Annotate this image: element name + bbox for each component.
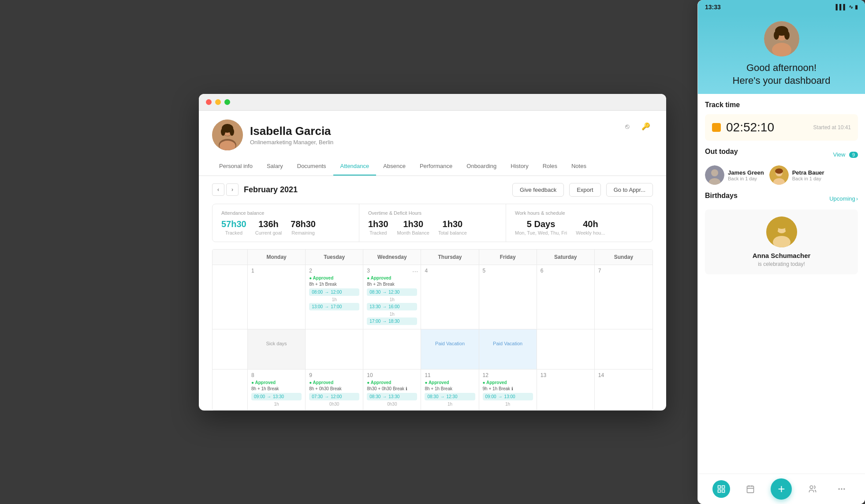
- wifi-icon: ∿: [849, 4, 853, 10]
- svg-point-7: [230, 128, 234, 136]
- cal-cell-mon-8[interactable]: 8 Approved 8h + 1h Break 09:00 → 13:30 1…: [248, 370, 306, 410]
- prev-month-button[interactable]: ‹: [212, 183, 224, 196]
- overtime-card: Overtime & Deficit Hours 1h30 Tracked 1h…: [359, 204, 506, 242]
- nav-home[interactable]: [712, 480, 730, 498]
- tab-documents[interactable]: Documents: [290, 157, 333, 175]
- cal-cell-fri-12[interactable]: 12 Approved 9h + 1h Break ℹ 09:00 → 13:0…: [479, 370, 537, 410]
- goto-approvals-button[interactable]: Go to Appr...: [606, 183, 653, 197]
- cal-cell-vacation-thu[interactable]: Paid Vacation: [421, 329, 479, 369]
- hours-label: Weekly hou...: [576, 230, 605, 235]
- date-thu-11: 11: [425, 372, 475, 378]
- person-petra: Petra Bauer Back in 1 day: [769, 165, 824, 185]
- ot-tracked-stat: 1h30 Tracked: [368, 219, 388, 235]
- cal-cell-thu-4[interactable]: 4: [421, 265, 479, 329]
- key-icon[interactable]: 🔑: [639, 119, 653, 134]
- sick-label: Sick days: [251, 332, 302, 346]
- goal-label: Current goal: [255, 230, 282, 235]
- profile-title: Onlinemarketing Manager, Berlin: [250, 139, 653, 146]
- nav-team[interactable]: [804, 480, 821, 498]
- tracked-stat: 57h30 Tracked: [221, 219, 246, 235]
- tab-onboarding[interactable]: Onboarding: [459, 157, 503, 175]
- cal-cell-sick[interactable]: Sick days: [248, 329, 306, 369]
- minimize-button[interactable]: [215, 99, 221, 105]
- upcoming-link[interactable]: Upcoming ›: [829, 195, 858, 202]
- hours-stat: 40h Weekly hou...: [576, 219, 605, 235]
- tab-performance[interactable]: Performance: [413, 157, 459, 175]
- share-icon[interactable]: ⎋: [620, 119, 634, 134]
- remaining-label: Remaining: [291, 230, 316, 235]
- tab-personal-info[interactable]: Personal info: [212, 157, 260, 175]
- nav-more[interactable]: [833, 480, 850, 498]
- maximize-button[interactable]: [224, 99, 230, 105]
- cal-cell-wed-10[interactable]: 10 Approved 8h30 + 0h30 Break ℹ 08:30 → …: [363, 370, 421, 410]
- svg-point-13: [784, 31, 790, 40]
- cal-cell-mon-1[interactable]: 1: [248, 265, 306, 329]
- tab-roles[interactable]: Roles: [536, 157, 564, 175]
- approved-badge-3: Approved: [367, 276, 417, 280]
- svg-point-35: [810, 486, 813, 489]
- stats-row: Attendance balance 57h30 Tracked 136h Cu…: [212, 204, 653, 242]
- tab-attendance[interactable]: Attendance: [333, 157, 377, 175]
- ot-tracked-value: 1h30: [368, 219, 388, 229]
- cal-cell-sun-7[interactable]: 7: [595, 265, 652, 329]
- more-options-icon[interactable]: ···: [412, 268, 418, 276]
- timer-card[interactable]: 02:52:10 Started at 10:41: [705, 114, 858, 141]
- timer-started: Started at 10:41: [813, 124, 851, 131]
- track-time-title: Track time: [705, 101, 858, 109]
- mobile-status-bar: 13:33 ▌▌▌ ∿ ▮: [698, 0, 865, 14]
- person-james: James Green Back in 1 day: [705, 165, 764, 185]
- nav-calendar[interactable]: [742, 480, 759, 498]
- time-block-11a: 08:30 → 12:30: [425, 393, 475, 400]
- calendar-body: 1 2 Approved 8h + 1h Break 08:00 → 12:00…: [213, 265, 652, 410]
- approved-badge-12: Approved: [483, 380, 533, 385]
- cal-cell-sun-14[interactable]: 14: [595, 370, 652, 410]
- cal-cell-sat-6[interactable]: 6: [537, 265, 595, 329]
- tuesday-header: Tuesday: [306, 250, 363, 265]
- give-feedback-button[interactable]: Give feedback: [512, 183, 564, 197]
- export-button[interactable]: Export: [569, 183, 601, 197]
- cal-cell-tue-9[interactable]: 9 Approved 8h + 0h30 Break 07:30 → 12:00…: [306, 370, 363, 410]
- hours-value: 40h: [576, 219, 605, 229]
- time-block-9a: 07:30 → 12:00: [309, 393, 359, 400]
- birthdays-header: Birthdays Upcoming ›: [705, 192, 858, 205]
- timer-dot-icon: [712, 123, 721, 132]
- tab-salary[interactable]: Salary: [260, 157, 290, 175]
- avatar: [212, 119, 243, 150]
- break-info-12: 9h + 1h Break ℹ: [483, 386, 533, 391]
- svg-point-10: [772, 43, 791, 56]
- cal-cell-vacation-fri[interactable]: Paid Vacation: [479, 329, 537, 369]
- cal-cell-sat-13[interactable]: 13: [537, 370, 595, 410]
- out-today-count: 9: [849, 152, 858, 158]
- cal-cell-empty-sun: [595, 329, 652, 369]
- out-today-section: Out today View 9 James: [705, 148, 858, 185]
- tab-history[interactable]: History: [503, 157, 535, 175]
- close-button[interactable]: [206, 99, 212, 105]
- mobile-app: 13:33 ▌▌▌ ∿ ▮ Good afternoon!Here's your…: [697, 0, 865, 504]
- svg-point-12: [774, 31, 779, 40]
- tab-notes[interactable]: Notes: [564, 157, 593, 175]
- tab-absence[interactable]: Absence: [376, 157, 413, 175]
- nav-add-button[interactable]: +: [771, 478, 792, 500]
- cal-cell-tue-2[interactable]: 2 Approved 8h + 1h Break 08:00 → 12:00 1…: [306, 265, 363, 329]
- calendar-row-1: 1 2 Approved 8h + 1h Break 08:00 → 12:00…: [213, 265, 652, 329]
- anna-subtitle: is celebrating today!: [712, 261, 851, 267]
- next-month-button[interactable]: ›: [226, 183, 239, 196]
- svg-point-37: [841, 489, 842, 489]
- anna-name: Anna Schumacher: [712, 252, 851, 259]
- cal-cell-fri-5[interactable]: 5: [479, 265, 537, 329]
- ot-month-stat: 1h30 Month Balance: [397, 219, 429, 235]
- cal-cell-wed-3[interactable]: 3 ··· Approved 8h + 2h Break 08:30 → 12:…: [363, 265, 421, 329]
- vacation-label-fri: Paid Vacation: [483, 332, 533, 346]
- profile-name: Isabella Garcia: [250, 124, 653, 138]
- cal-cell-empty-2: [306, 329, 363, 369]
- approved-badge-10: Approved: [367, 380, 417, 385]
- status-icons: ▌▌▌ ∿ ▮: [835, 4, 858, 10]
- cal-cell-thu-11[interactable]: 11 Approved 8h + 1h Break 08:30 → 12:30 …: [421, 370, 479, 410]
- svg-point-15: [711, 169, 718, 176]
- ot-month-label: Month Balance: [397, 230, 429, 235]
- goal-stat: 136h Current goal: [255, 219, 282, 235]
- petra-name: Petra Bauer: [792, 169, 824, 176]
- view-link[interactable]: View 9: [833, 150, 858, 158]
- out-today-header: Out today View 9: [705, 148, 858, 161]
- date-sun-14: 14: [598, 372, 649, 378]
